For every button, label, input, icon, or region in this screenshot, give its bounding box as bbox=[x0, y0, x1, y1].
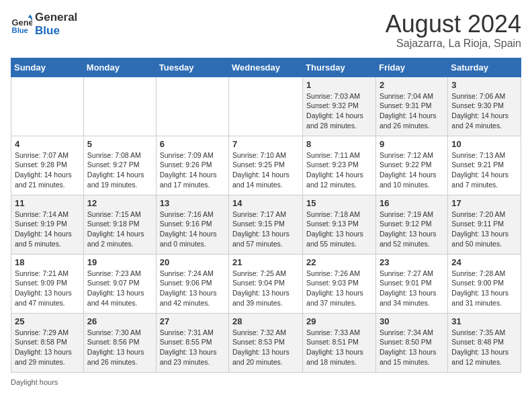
day-number: 8 bbox=[306, 139, 372, 149]
day-info: Sunrise: 7:07 AMSunset: 9:28 PMDaylight:… bbox=[15, 150, 80, 190]
calendar-cell: 1Sunrise: 7:03 AMSunset: 9:32 PMDaylight… bbox=[303, 77, 376, 136]
calendar-cell: 9Sunrise: 7:12 AMSunset: 9:22 PMDaylight… bbox=[375, 136, 447, 195]
calendar-cell: 31Sunrise: 7:35 AMSunset: 8:48 PMDayligh… bbox=[448, 313, 521, 372]
day-number: 13 bbox=[160, 198, 225, 208]
day-number: 1 bbox=[306, 80, 372, 90]
day-number: 23 bbox=[380, 257, 444, 267]
calendar-cell: 7Sunrise: 7:10 AMSunset: 9:25 PMDaylight… bbox=[229, 136, 303, 195]
day-info: Sunrise: 7:04 AMSunset: 9:31 PMDaylight:… bbox=[380, 91, 444, 131]
day-info: Sunrise: 7:30 AMSunset: 8:56 PMDaylight:… bbox=[87, 328, 152, 367]
calendar-cell: 11Sunrise: 7:14 AMSunset: 9:19 PMDayligh… bbox=[11, 195, 84, 254]
page-header: General Blue General Blue August 2024 Sa… bbox=[11, 11, 521, 50]
day-info: Sunrise: 7:26 AMSunset: 9:03 PMDaylight:… bbox=[306, 269, 372, 308]
svg-marker-2 bbox=[28, 14, 32, 17]
calendar-cell: 30Sunrise: 7:34 AMSunset: 8:50 PMDayligh… bbox=[375, 313, 447, 372]
calendar-cell: 5Sunrise: 7:08 AMSunset: 9:27 PMDaylight… bbox=[83, 136, 156, 195]
day-number: 26 bbox=[87, 316, 152, 326]
day-number: 28 bbox=[232, 316, 299, 326]
day-info: Sunrise: 7:15 AMSunset: 9:18 PMDaylight:… bbox=[87, 210, 152, 249]
day-info: Sunrise: 7:27 AMSunset: 9:01 PMDaylight:… bbox=[380, 269, 444, 308]
calendar-cell: 18Sunrise: 7:21 AMSunset: 9:09 PMDayligh… bbox=[11, 254, 84, 313]
day-info: Sunrise: 7:13 AMSunset: 9:21 PMDaylight:… bbox=[451, 150, 517, 190]
calendar-cell bbox=[83, 77, 156, 136]
calendar-cell: 22Sunrise: 7:26 AMSunset: 9:03 PMDayligh… bbox=[303, 254, 376, 313]
month-title: August 2024 bbox=[386, 11, 521, 38]
day-info: Sunrise: 7:29 AMSunset: 8:58 PMDaylight:… bbox=[15, 328, 80, 367]
week-row-1: 1Sunrise: 7:03 AMSunset: 9:32 PMDaylight… bbox=[11, 77, 521, 136]
day-number: 22 bbox=[306, 257, 372, 267]
day-number: 31 bbox=[451, 316, 517, 326]
day-number: 24 bbox=[451, 257, 517, 267]
day-number: 16 bbox=[380, 198, 444, 208]
day-number: 12 bbox=[87, 198, 152, 208]
weekday-header-monday: Monday bbox=[83, 58, 156, 77]
weekday-header-friday: Friday bbox=[375, 58, 447, 77]
calendar-cell: 15Sunrise: 7:18 AMSunset: 9:13 PMDayligh… bbox=[303, 195, 376, 254]
day-info: Sunrise: 7:14 AMSunset: 9:19 PMDaylight:… bbox=[15, 210, 80, 249]
logo-icon: General Blue bbox=[11, 13, 32, 35]
day-info: Sunrise: 7:31 AMSunset: 8:55 PMDaylight:… bbox=[160, 328, 225, 367]
weekday-header-tuesday: Tuesday bbox=[156, 58, 228, 77]
day-info: Sunrise: 7:08 AMSunset: 9:27 PMDaylight:… bbox=[87, 150, 152, 190]
calendar-cell: 20Sunrise: 7:24 AMSunset: 9:06 PMDayligh… bbox=[156, 254, 228, 313]
calendar-cell: 27Sunrise: 7:31 AMSunset: 8:55 PMDayligh… bbox=[156, 313, 228, 372]
day-number: 30 bbox=[380, 316, 444, 326]
day-number: 27 bbox=[160, 316, 225, 326]
logo: General Blue General Blue bbox=[11, 11, 77, 37]
day-info: Sunrise: 7:19 AMSunset: 9:12 PMDaylight:… bbox=[380, 210, 444, 249]
calendar-cell: 25Sunrise: 7:29 AMSunset: 8:58 PMDayligh… bbox=[11, 313, 84, 372]
day-number: 20 bbox=[160, 257, 225, 267]
day-number: 4 bbox=[15, 139, 80, 149]
day-number: 15 bbox=[306, 198, 372, 208]
weekday-header-row: SundayMondayTuesdayWednesdayThursdayFrid… bbox=[11, 58, 521, 77]
calendar-cell: 16Sunrise: 7:19 AMSunset: 9:12 PMDayligh… bbox=[375, 195, 447, 254]
daylight-label: Daylight hours bbox=[11, 378, 58, 386]
calendar-cell bbox=[11, 77, 84, 136]
calendar-cell: 3Sunrise: 7:06 AMSunset: 9:30 PMDaylight… bbox=[448, 77, 521, 136]
day-info: Sunrise: 7:34 AMSunset: 8:50 PMDaylight:… bbox=[380, 328, 444, 367]
week-row-2: 4Sunrise: 7:07 AMSunset: 9:28 PMDaylight… bbox=[11, 136, 521, 195]
day-number: 14 bbox=[232, 198, 299, 208]
day-info: Sunrise: 7:16 AMSunset: 9:16 PMDaylight:… bbox=[160, 210, 225, 249]
logo-blue: Blue bbox=[35, 24, 77, 38]
calendar-cell: 2Sunrise: 7:04 AMSunset: 9:31 PMDaylight… bbox=[375, 77, 447, 136]
day-number: 21 bbox=[232, 257, 299, 267]
calendar-cell: 8Sunrise: 7:11 AMSunset: 9:23 PMDaylight… bbox=[303, 136, 376, 195]
weekday-header-saturday: Saturday bbox=[448, 58, 521, 77]
day-info: Sunrise: 7:21 AMSunset: 9:09 PMDaylight:… bbox=[15, 269, 80, 308]
calendar-cell: 19Sunrise: 7:23 AMSunset: 9:07 PMDayligh… bbox=[83, 254, 156, 313]
week-row-3: 11Sunrise: 7:14 AMSunset: 9:19 PMDayligh… bbox=[11, 195, 521, 254]
week-row-5: 25Sunrise: 7:29 AMSunset: 8:58 PMDayligh… bbox=[11, 313, 521, 372]
day-number: 25 bbox=[15, 316, 80, 326]
calendar-cell: 28Sunrise: 7:32 AMSunset: 8:53 PMDayligh… bbox=[229, 313, 303, 372]
day-info: Sunrise: 7:20 AMSunset: 9:11 PMDaylight:… bbox=[451, 210, 517, 249]
day-info: Sunrise: 7:06 AMSunset: 9:30 PMDaylight:… bbox=[451, 91, 517, 131]
day-number: 10 bbox=[451, 139, 517, 149]
day-info: Sunrise: 7:18 AMSunset: 9:13 PMDaylight:… bbox=[306, 210, 372, 249]
day-number: 2 bbox=[380, 80, 444, 90]
day-info: Sunrise: 7:23 AMSunset: 9:07 PMDaylight:… bbox=[87, 269, 152, 308]
day-info: Sunrise: 7:25 AMSunset: 9:04 PMDaylight:… bbox=[232, 269, 299, 308]
day-info: Sunrise: 7:12 AMSunset: 9:22 PMDaylight:… bbox=[380, 150, 444, 190]
calendar-cell bbox=[229, 77, 303, 136]
title-block: August 2024 Sajazarra, La Rioja, Spain bbox=[386, 11, 521, 50]
day-info: Sunrise: 7:24 AMSunset: 9:06 PMDaylight:… bbox=[160, 269, 225, 308]
day-info: Sunrise: 7:11 AMSunset: 9:23 PMDaylight:… bbox=[306, 150, 372, 190]
day-number: 7 bbox=[232, 139, 299, 149]
calendar-cell: 26Sunrise: 7:30 AMSunset: 8:56 PMDayligh… bbox=[83, 313, 156, 372]
calendar-table: SundayMondayTuesdayWednesdayThursdayFrid… bbox=[11, 58, 521, 373]
calendar-cell: 29Sunrise: 7:33 AMSunset: 8:51 PMDayligh… bbox=[303, 313, 376, 372]
calendar-cell: 12Sunrise: 7:15 AMSunset: 9:18 PMDayligh… bbox=[83, 195, 156, 254]
calendar-cell: 10Sunrise: 7:13 AMSunset: 9:21 PMDayligh… bbox=[448, 136, 521, 195]
svg-text:Blue: Blue bbox=[12, 26, 28, 34]
week-row-4: 18Sunrise: 7:21 AMSunset: 9:09 PMDayligh… bbox=[11, 254, 521, 313]
day-number: 17 bbox=[451, 198, 517, 208]
day-number: 11 bbox=[15, 198, 80, 208]
calendar-cell: 13Sunrise: 7:16 AMSunset: 9:16 PMDayligh… bbox=[156, 195, 228, 254]
day-info: Sunrise: 7:09 AMSunset: 9:26 PMDaylight:… bbox=[160, 150, 225, 190]
calendar-cell: 24Sunrise: 7:28 AMSunset: 9:00 PMDayligh… bbox=[448, 254, 521, 313]
day-info: Sunrise: 7:10 AMSunset: 9:25 PMDaylight:… bbox=[232, 150, 299, 190]
day-number: 18 bbox=[15, 257, 80, 267]
day-info: Sunrise: 7:28 AMSunset: 9:00 PMDaylight:… bbox=[451, 269, 517, 308]
weekday-header-wednesday: Wednesday bbox=[229, 58, 303, 77]
